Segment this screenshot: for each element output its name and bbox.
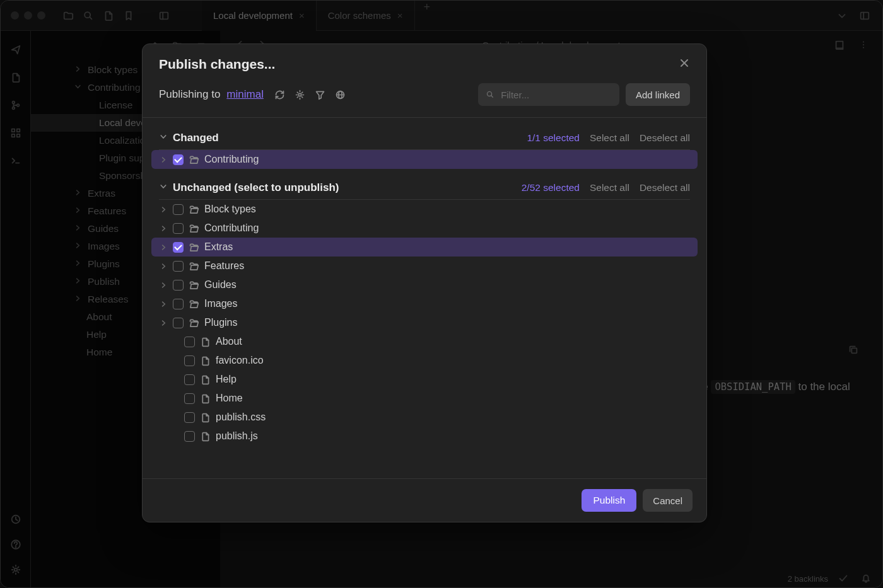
chevron-icon[interactable] — [159, 205, 168, 214]
file-icon — [200, 412, 211, 423]
folder-icon — [189, 318, 199, 328]
chevron-icon[interactable] — [159, 243, 168, 251]
checkbox[interactable] — [184, 355, 195, 366]
publish-tree-row[interactable]: Help — [151, 370, 698, 389]
row-label: About — [216, 336, 242, 347]
folder-icon — [189, 223, 199, 234]
chevron-icon[interactable] — [159, 281, 168, 289]
row-label: Contributing — [204, 222, 259, 234]
publish-tree-row[interactable]: Contributing — [151, 150, 698, 169]
globe-icon[interactable] — [334, 88, 347, 101]
chevron-icon[interactable] — [159, 262, 168, 270]
row-label: Images — [204, 298, 237, 309]
checkbox[interactable] — [173, 299, 184, 309]
section-title: Unchanged (select to unpublish) — [173, 182, 339, 194]
select-all-link[interactable]: Select all — [590, 132, 629, 144]
chevron-icon[interactable] — [159, 300, 168, 308]
deselect-all-link[interactable]: Deselect all — [640, 182, 690, 193]
publish-changes-modal: Publish changes... Publishing to minimal… — [142, 43, 707, 522]
checkbox[interactable] — [184, 337, 195, 347]
publish-tree-row[interactable]: Extras — [151, 238, 698, 257]
publish-button[interactable]: Publish — [582, 489, 636, 512]
row-label: Guides — [204, 279, 237, 291]
refresh-icon[interactable] — [274, 88, 286, 101]
file-icon — [200, 355, 211, 366]
publish-tree-row[interactable]: Contributing — [151, 219, 698, 238]
row-label: favicon.ico — [216, 355, 264, 366]
publish-tree-row[interactable]: Plugins — [151, 313, 698, 332]
selected-count: 1/1 selected — [527, 132, 580, 144]
folder-icon — [189, 242, 199, 253]
add-linked-button[interactable]: Add linked — [626, 83, 690, 106]
checkbox[interactable] — [173, 223, 184, 234]
section-title: Changed — [173, 132, 219, 144]
publish-tree-row[interactable]: publish.css — [151, 408, 698, 427]
publish-tree-row[interactable]: Home — [151, 389, 698, 408]
row-label: Help — [216, 374, 237, 385]
publishing-to-label: Publishing to — [159, 88, 220, 101]
publish-tree-row[interactable]: Block types — [151, 200, 698, 219]
row-label: publish.css — [216, 412, 266, 423]
folder-icon — [189, 204, 199, 215]
publish-tree-row[interactable]: Features — [151, 257, 698, 275]
gear-icon[interactable] — [294, 88, 307, 101]
chevron-down-icon — [159, 182, 168, 193]
select-all-link[interactable]: Select all — [590, 182, 629, 193]
section-changed-header[interactable]: Changed 1/1 selected Select all Deselect… — [151, 125, 698, 149]
selected-count: 2/52 selected — [522, 182, 580, 193]
row-label: publish.js — [216, 430, 258, 442]
filter-icon[interactable] — [314, 88, 327, 101]
publish-tree-row[interactable]: favicon.ico — [151, 351, 698, 370]
checkbox[interactable] — [173, 318, 184, 328]
checkbox[interactable] — [173, 261, 184, 272]
section-unchanged-header[interactable]: Unchanged (select to unpublish) 2/52 sel… — [151, 175, 698, 199]
chevron-icon[interactable] — [159, 156, 168, 164]
row-label: Block types — [204, 204, 256, 215]
file-icon — [200, 337, 211, 347]
row-label: Extras — [204, 241, 233, 253]
folder-icon — [189, 261, 199, 272]
publish-tree-row[interactable]: publish.js — [151, 427, 698, 446]
publish-tree-row[interactable]: Guides — [151, 275, 698, 294]
publish-tree-row[interactable]: Images — [151, 294, 698, 313]
filter-input[interactable] — [500, 89, 612, 101]
chevron-down-icon — [159, 132, 168, 144]
publish-target-link[interactable]: minimal — [226, 88, 264, 101]
checkbox[interactable] — [184, 412, 195, 423]
checkbox[interactable] — [184, 431, 195, 442]
row-label: Features — [204, 260, 244, 272]
file-icon — [200, 374, 211, 385]
publish-tree-row[interactable]: About — [151, 332, 698, 351]
chevron-icon[interactable] — [159, 224, 168, 233]
cancel-button[interactable]: Cancel — [643, 489, 693, 512]
close-icon[interactable] — [679, 57, 690, 72]
chevron-icon[interactable] — [159, 319, 168, 327]
modal-body: Changed 1/1 selected Select all Deselect… — [143, 118, 706, 478]
folder-icon — [189, 299, 199, 309]
row-label: Home — [216, 393, 243, 404]
checkbox[interactable] — [184, 374, 195, 385]
search-icon — [486, 89, 494, 100]
checkbox[interactable] — [173, 242, 184, 253]
modal-title: Publish changes... — [159, 57, 275, 72]
filter-input-wrap — [478, 83, 619, 106]
file-icon — [200, 393, 211, 404]
checkbox[interactable] — [173, 204, 184, 215]
file-icon — [200, 431, 211, 442]
folder-icon — [189, 154, 199, 165]
checkbox[interactable] — [173, 154, 184, 165]
row-label: Contributing — [204, 154, 259, 165]
checkbox[interactable] — [173, 280, 184, 291]
row-label: Plugins — [204, 317, 237, 328]
deselect-all-link[interactable]: Deselect all — [640, 132, 690, 144]
folder-icon — [189, 280, 199, 291]
checkbox[interactable] — [184, 393, 195, 404]
